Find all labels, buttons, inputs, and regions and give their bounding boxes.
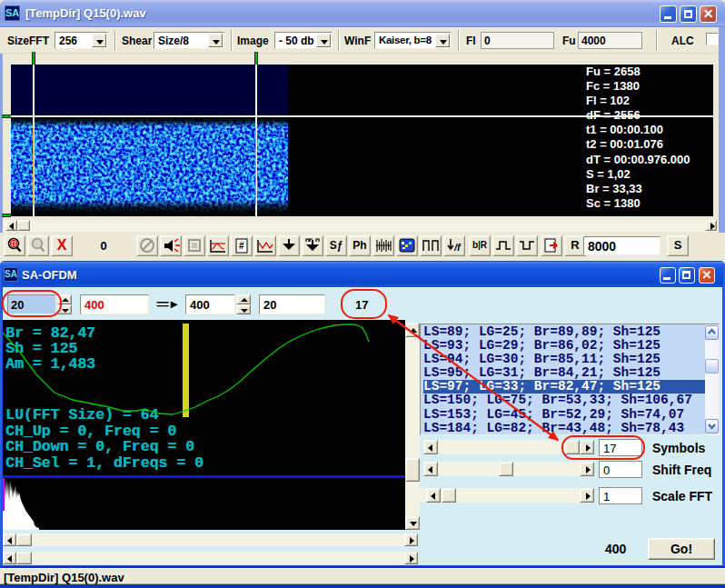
svg-text:#: # xyxy=(239,241,244,251)
svg-text:/f: /f xyxy=(453,242,462,253)
